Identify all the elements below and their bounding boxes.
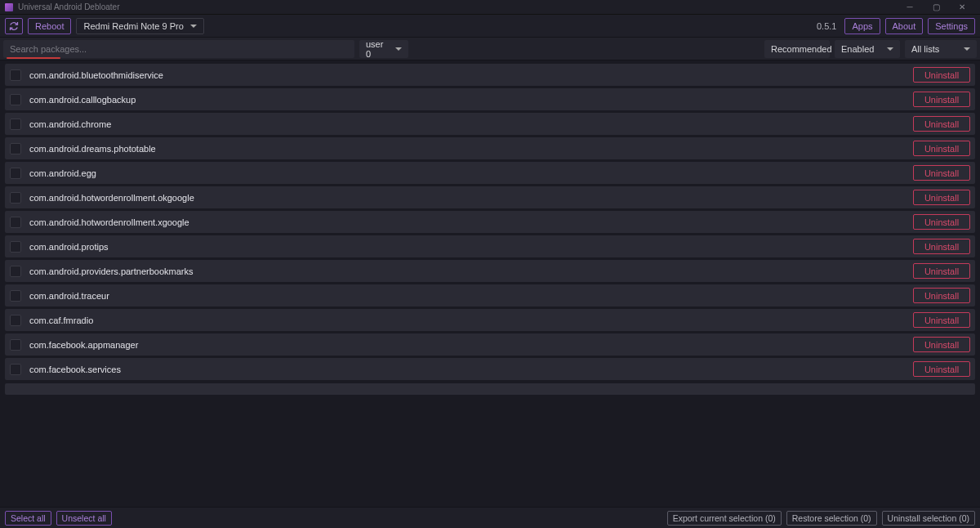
package-checkbox[interactable] <box>10 168 21 179</box>
export-selection-button[interactable]: Export current selection (0) <box>667 511 782 526</box>
package-row[interactable]: com.android.calllogbackupUninstall <box>5 88 975 110</box>
package-row[interactable]: com.android.bluetoothmidiserviceUninstal… <box>5 64 975 86</box>
package-checkbox[interactable] <box>10 290 21 302</box>
package-list: com.android.bluetoothmidiserviceUninstal… <box>0 60 980 380</box>
package-name: com.android.dreams.phototable <box>29 144 913 154</box>
package-name: com.android.providers.partnerbookmarks <box>29 266 913 276</box>
uninstall-button[interactable]: Uninstall <box>913 141 970 156</box>
top-toolbar: Reboot Redmi Redmi Note 9 Pro 0.5.1 Apps… <box>0 15 980 38</box>
uninstall-selection-button[interactable]: Uninstall selection (0) <box>882 511 975 526</box>
uninstall-button[interactable]: Uninstall <box>913 116 970 132</box>
list-select[interactable]: All lists <box>905 40 977 58</box>
list-value: All lists <box>911 44 939 54</box>
titlebar: Universal Android Debloater ─ ▢ ✕ <box>0 0 980 15</box>
user-select[interactable]: user 0 <box>359 40 408 58</box>
package-name: com.facebook.services <box>29 365 913 374</box>
package-name: com.android.egg <box>29 168 913 178</box>
reboot-button[interactable]: Reboot <box>28 18 71 34</box>
package-row[interactable]: com.facebook.servicesUninstall <box>5 358 975 380</box>
package-name: com.android.traceur <box>29 291 913 301</box>
package-row[interactable]: com.facebook.appmanagerUninstall <box>5 333 975 356</box>
package-checkbox[interactable] <box>10 339 21 351</box>
package-name: com.android.hotwordenrollment.xgoogle <box>29 217 913 227</box>
bottom-bar: Select all Unselect all Export current s… <box>0 507 980 528</box>
minimize-icon[interactable]: ─ <box>897 2 923 11</box>
close-icon[interactable]: ✕ <box>949 2 975 11</box>
uninstall-button[interactable]: Uninstall <box>913 288 970 303</box>
search-focus-indicator <box>7 57 60 59</box>
package-row[interactable]: com.android.dreams.phototableUninstall <box>5 137 975 159</box>
detail-panel <box>5 383 975 395</box>
uninstall-button[interactable]: Uninstall <box>913 67 970 83</box>
package-name: com.android.bluetoothmidiservice <box>29 70 913 80</box>
package-row[interactable]: com.android.providers.partnerbookmarksUn… <box>5 260 975 282</box>
search-wrap <box>3 40 354 58</box>
package-checkbox[interactable] <box>10 217 21 228</box>
package-name: com.android.protips <box>29 242 913 252</box>
package-checkbox[interactable] <box>10 119 21 130</box>
filter-bar: user 0 Recommended Enabled All lists <box>0 38 980 60</box>
package-checkbox[interactable] <box>10 94 21 105</box>
package-name: com.android.hotwordenrollment.okgoogle <box>29 193 913 203</box>
restore-selection-button[interactable]: Restore selection (0) <box>786 511 877 526</box>
uninstall-button[interactable]: Uninstall <box>913 263 970 279</box>
package-checkbox[interactable] <box>10 143 21 154</box>
package-checkbox[interactable] <box>10 192 21 204</box>
package-row[interactable]: com.android.hotwordenrollment.okgoogleUn… <box>5 186 975 208</box>
package-checkbox[interactable] <box>10 266 21 277</box>
package-row[interactable]: com.android.protipsUninstall <box>5 235 975 257</box>
package-checkbox[interactable] <box>10 69 21 81</box>
uninstall-button[interactable]: Uninstall <box>913 92 970 107</box>
device-name: Redmi Redmi Note 9 Pro <box>83 21 183 31</box>
window-title: Universal Android Debloater <box>18 2 120 11</box>
package-row[interactable]: com.android.traceurUninstall <box>5 284 975 307</box>
settings-button[interactable]: Settings <box>928 18 975 34</box>
package-checkbox[interactable] <box>10 241 21 253</box>
recommendation-select[interactable]: Recommended <box>764 40 830 58</box>
package-checkbox[interactable] <box>10 364 21 375</box>
refresh-icon <box>9 21 19 31</box>
uninstall-button[interactable]: Uninstall <box>913 214 970 230</box>
package-name: com.caf.fmradio <box>29 315 913 325</box>
app-icon <box>5 3 13 11</box>
uninstall-button[interactable]: Uninstall <box>913 190 970 205</box>
package-checkbox[interactable] <box>10 315 21 326</box>
uninstall-button[interactable]: Uninstall <box>913 165 970 181</box>
maximize-icon[interactable]: ▢ <box>923 2 949 11</box>
user-select-value: user 0 <box>366 39 387 59</box>
status-value: Enabled <box>841 44 874 54</box>
refresh-button[interactable] <box>5 18 23 34</box>
uninstall-button[interactable]: Uninstall <box>913 312 970 328</box>
about-button[interactable]: About <box>885 18 924 34</box>
unselect-all-button[interactable]: Unselect all <box>56 511 112 526</box>
status-select[interactable]: Enabled <box>835 40 900 58</box>
package-row[interactable]: com.android.eggUninstall <box>5 162 975 184</box>
package-row[interactable]: com.android.chromeUninstall <box>5 113 975 135</box>
select-all-button[interactable]: Select all <box>5 511 51 526</box>
device-select[interactable]: Redmi Redmi Note 9 Pro <box>76 18 203 34</box>
version-label: 0.5.1 <box>817 21 836 31</box>
package-name: com.android.calllogbackup <box>29 95 913 105</box>
chevron-down-icon <box>964 47 970 51</box>
apps-button[interactable]: Apps <box>844 18 880 34</box>
chevron-down-icon <box>190 25 197 28</box>
chevron-down-icon <box>395 47 402 51</box>
package-row[interactable]: com.android.hotwordenrollment.xgoogleUni… <box>5 211 975 233</box>
uninstall-button[interactable]: Uninstall <box>913 239 970 254</box>
recommendation-value: Recommended <box>771 44 832 54</box>
package-name: com.facebook.appmanager <box>29 340 913 350</box>
package-name: com.android.chrome <box>29 119 913 129</box>
search-input[interactable] <box>3 40 354 58</box>
uninstall-button[interactable]: Uninstall <box>913 337 970 352</box>
chevron-down-icon <box>887 47 893 51</box>
uninstall-button[interactable]: Uninstall <box>913 361 970 377</box>
package-row[interactable]: com.caf.fmradioUninstall <box>5 309 975 331</box>
